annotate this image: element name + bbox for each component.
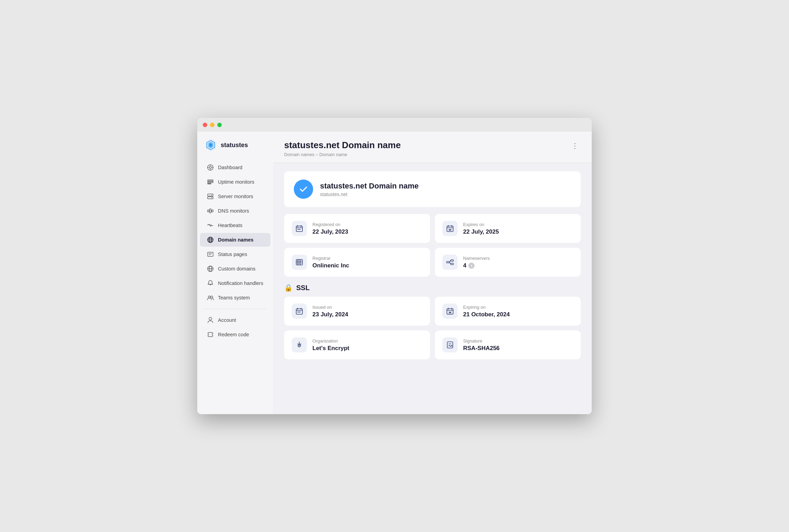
ssl-org-value: Let's Encrypt bbox=[312, 345, 349, 352]
teams-icon bbox=[207, 294, 214, 301]
dashboard-icon bbox=[207, 164, 214, 171]
nameservers-info-icon[interactable]: i bbox=[468, 263, 475, 269]
breadcrumb-part1: Domain names bbox=[284, 152, 314, 157]
sidebar-item-customdomains[interactable]: Custom domains bbox=[200, 262, 270, 276]
organization-icon bbox=[292, 337, 307, 352]
page-content: statustes.net Domain name statustes.net bbox=[273, 163, 592, 375]
info-card-registrar-content: Registrar Onlinenic Inc bbox=[312, 256, 349, 269]
breadcrumb-part2: Domain name bbox=[319, 152, 347, 157]
svg-line-58 bbox=[449, 262, 451, 264]
sidebar-item-statuspages-label: Status pages bbox=[218, 252, 247, 257]
info-card-expires-content: Expires on 22 July, 2025 bbox=[463, 222, 499, 235]
svg-point-33 bbox=[208, 296, 210, 298]
registrar-icon bbox=[292, 255, 307, 270]
minimize-button[interactable] bbox=[210, 123, 214, 127]
sidebar-item-dns[interactable]: DNS monitors bbox=[200, 204, 270, 218]
svg-rect-12 bbox=[208, 183, 211, 184]
svg-rect-56 bbox=[451, 263, 453, 265]
main-content-area: statustes.net Domain name Domain names –… bbox=[273, 132, 592, 414]
sidebar-item-teams-label: Teams system bbox=[218, 295, 250, 300]
sidebar-divider bbox=[204, 309, 266, 309]
ssl-expiring-value: 21 October, 2024 bbox=[463, 311, 510, 318]
ssl-card-signature: Signature RSA-SHA256 bbox=[435, 330, 581, 359]
sidebar-item-account[interactable]: Account bbox=[200, 313, 270, 327]
svg-rect-59 bbox=[296, 309, 302, 314]
logo-area: statustes bbox=[197, 139, 273, 160]
ssl-issued-value: 23 July, 2024 bbox=[312, 311, 348, 318]
logo-icon bbox=[204, 139, 217, 152]
sidebar-item-redeem-label: Redeem code bbox=[218, 332, 249, 337]
sidebar-item-domainnames[interactable]: Domain names bbox=[200, 233, 270, 247]
ssl-issued-content: Issued on 23 July, 2024 bbox=[312, 305, 348, 318]
svg-rect-72 bbox=[447, 342, 453, 348]
nameservers-icon bbox=[442, 255, 458, 270]
sidebar-item-teams[interactable]: Teams system bbox=[200, 291, 270, 305]
notifications-icon bbox=[207, 280, 214, 287]
svg-rect-65 bbox=[447, 309, 453, 314]
app-body: statustes Dashboard Uptime monitors S bbox=[197, 132, 592, 414]
sidebar-item-dns-label: DNS monitors bbox=[218, 208, 249, 214]
svg-point-35 bbox=[209, 317, 212, 320]
ssl-info-grid: Issued on 23 July, 2024 bbox=[284, 297, 581, 359]
redeem-icon bbox=[207, 331, 214, 338]
ssl-card-expiring: Expiring on 21 October, 2024 bbox=[435, 297, 581, 326]
sidebar-item-uptime[interactable]: Uptime monitors bbox=[200, 175, 270, 189]
svg-point-5 bbox=[209, 166, 211, 168]
sidebar-item-dashboard-label: Dashboard bbox=[218, 165, 242, 170]
uptime-icon bbox=[207, 178, 214, 185]
info-card-registered-content: Registered on 22 July, 2023 bbox=[312, 222, 348, 235]
info-card-expires: Expires on 22 July, 2025 bbox=[435, 214, 581, 243]
close-button[interactable] bbox=[203, 123, 207, 127]
app-window: statustes Dashboard Uptime monitors S bbox=[197, 118, 592, 414]
info-card-registrar: Registrar Onlinenic Inc bbox=[284, 248, 430, 277]
domain-name-title: statustes.net Domain name bbox=[320, 182, 419, 191]
svg-line-57 bbox=[449, 260, 451, 262]
svg-rect-13 bbox=[208, 194, 213, 196]
ssl-sig-content: Signature RSA-SHA256 bbox=[463, 338, 500, 352]
ssl-title: SSL bbox=[296, 284, 310, 292]
expires-label: Expires on bbox=[463, 222, 499, 227]
svg-point-34 bbox=[211, 296, 213, 298]
heartbeats-icon bbox=[207, 222, 214, 229]
breadcrumb: Domain names – Domain name bbox=[284, 152, 401, 157]
ssl-card-organization: Organization Let's Encrypt bbox=[284, 330, 430, 359]
domainnames-icon bbox=[207, 236, 214, 243]
server-icon bbox=[207, 193, 214, 200]
maximize-button[interactable] bbox=[217, 123, 222, 127]
more-options-button[interactable]: ⋮ bbox=[569, 140, 581, 152]
info-card-nameservers-content: Nameservers 4 i bbox=[463, 256, 490, 269]
expires-icon bbox=[442, 221, 458, 236]
sidebar-item-statuspages[interactable]: Status pages bbox=[200, 247, 270, 261]
svg-rect-11 bbox=[208, 182, 213, 183]
svg-rect-64 bbox=[299, 311, 300, 313]
svg-rect-55 bbox=[451, 260, 453, 261]
sidebar-item-redeem[interactable]: Redeem code bbox=[200, 328, 270, 341]
page-title: statustes.net Domain name bbox=[284, 140, 401, 151]
svg-rect-27 bbox=[208, 252, 213, 256]
header-title-area: statustes.net Domain name Domain names –… bbox=[284, 140, 401, 157]
registrar-value: Onlinenic Inc bbox=[312, 262, 349, 269]
ssl-issued-icon bbox=[292, 304, 307, 319]
check-icon bbox=[299, 184, 308, 194]
sidebar-item-heartbeats[interactable]: Heartbeats bbox=[200, 218, 270, 232]
sidebar-item-notifications[interactable]: Notification handlers bbox=[200, 276, 270, 290]
logo-text: statustes bbox=[221, 142, 248, 149]
dns-icon bbox=[207, 207, 214, 214]
ssl-org-label: Organization bbox=[312, 338, 349, 344]
domain-header-card: statustes.net Domain name statustes.net bbox=[284, 171, 581, 207]
info-card-registered: Registered on 22 July, 2023 bbox=[284, 214, 430, 243]
registered-icon bbox=[292, 221, 307, 236]
registered-label: Registered on bbox=[312, 222, 348, 227]
domain-avatar bbox=[294, 180, 313, 199]
ssl-expiring-label: Expiring on bbox=[463, 305, 510, 310]
sidebar-item-dashboard[interactable]: Dashboard bbox=[200, 161, 270, 174]
svg-rect-14 bbox=[208, 197, 213, 199]
sidebar-item-server[interactable]: Server monitors bbox=[200, 190, 270, 203]
breadcrumb-sep: – bbox=[316, 152, 319, 157]
svg-rect-63 bbox=[298, 311, 299, 313]
svg-rect-17 bbox=[208, 210, 209, 212]
ssl-expiring-content: Expiring on 21 October, 2024 bbox=[463, 305, 510, 318]
account-icon bbox=[207, 317, 214, 324]
ssl-expiring-icon bbox=[442, 304, 458, 319]
sidebar-item-customdomains-label: Custom domains bbox=[218, 266, 256, 272]
